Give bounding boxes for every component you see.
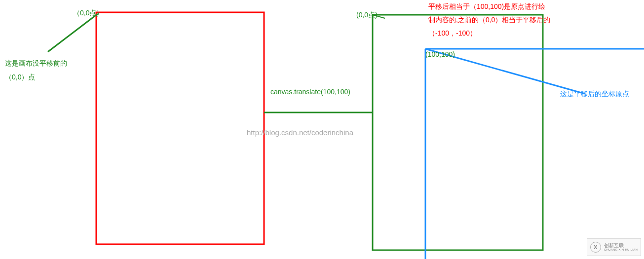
left-canvas-rect	[96, 12, 264, 244]
footer-brand-cn: 创新互联	[604, 243, 638, 248]
translate-code-label: canvas.translate(100,100)	[270, 88, 350, 96]
right-origin-label: (0,0点)	[356, 11, 378, 20]
red-note-line1: 平移后相当于（100,100)是原点进行绘	[428, 2, 545, 11]
footer-brand-mark-icon: X	[590, 242, 601, 253]
footer-brand-en: CHUANG XIN HU LIAN	[604, 248, 638, 252]
footer-brand-logo: X 创新互联 CHUANG XIN HU LIAN	[587, 238, 641, 256]
right-canvas-rect	[373, 15, 543, 250]
left-origin-label: （0,0点）	[73, 9, 103, 18]
left-desc-line1: 这是画布没平移前的	[5, 59, 67, 68]
right-translated-origin-label: (100,100)	[425, 50, 455, 58]
left-desc-line2: （0,0）点	[5, 73, 35, 82]
green-pointer-line	[48, 14, 98, 52]
red-note-line3: （-100，-100）	[428, 29, 477, 38]
blue-origin-label: 这是平移后的坐标原点	[560, 90, 629, 99]
watermark-url: http://blog.csdn.net/coderinchina	[247, 128, 353, 137]
red-note-line2: 制内容的,之前的（0,0）相当于平移后的	[428, 16, 550, 25]
